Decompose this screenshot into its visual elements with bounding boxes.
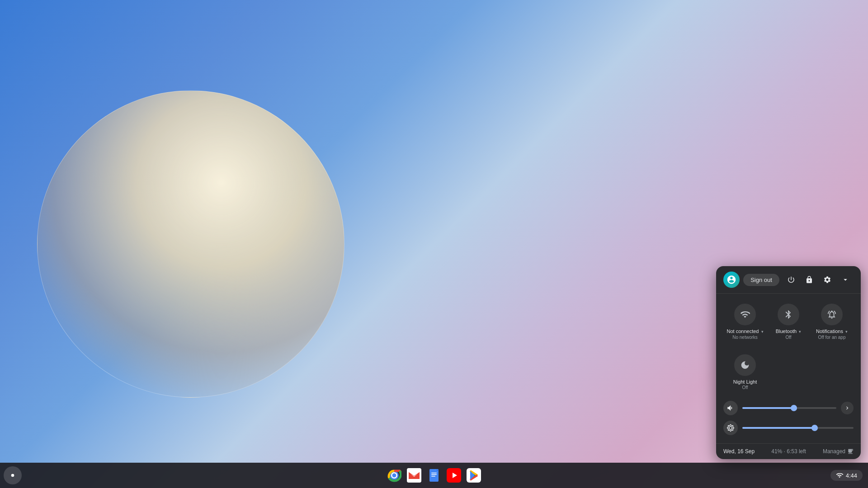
chrome-icon [387,468,401,483]
avatar [723,272,740,288]
panel-footer: Wed, 16 Sep 41% · 6:53 left Managed [716,443,861,459]
bluetooth-icon-wrap [778,304,799,325]
volume-icon [726,404,735,412]
night-light-icon-wrap [734,354,756,376]
footer-battery: 41% · 6:53 left [771,448,806,455]
docs-app-icon[interactable] [425,466,443,484]
volume-track[interactable] [742,407,836,409]
collapse-button[interactable] [837,272,854,288]
bluetooth-icon [783,310,793,319]
volume-expand-button[interactable] [841,402,854,414]
notifications-label: Notifications ▾ Off for an app [816,328,848,340]
wifi-icon [740,310,750,319]
taskbar-left [0,466,22,484]
night-light-text: Night Light Off [733,379,757,390]
taskbar: 4:44 [0,463,868,488]
volume-slider-row [723,398,854,418]
youtube-icon [447,468,461,483]
taskbar-apps [385,466,483,484]
settings-icon [823,276,831,284]
gmail-icon [407,468,421,483]
panel-header: Sign out Settings [716,266,861,294]
footer-date: Wed, 16 Sep [723,448,755,455]
docs-icon [427,468,441,483]
brightness-slider-row [723,418,854,438]
wifi-label: Not connected ▾ No networks [727,328,764,340]
night-light-tile[interactable]: Night Light Off [723,350,767,394]
volume-fill [742,407,794,409]
notifications-off-icon [827,310,837,319]
sliders-section [716,396,861,443]
chevron-down-icon [841,276,849,284]
launcher-button[interactable] [4,466,22,484]
chrome-app-icon[interactable] [385,466,403,484]
brightness-icon [726,424,735,432]
gmail-app-icon[interactable] [405,466,423,484]
play-store-icon [467,468,481,483]
power-icon [787,276,795,284]
night-light-row: Night Light Off [716,350,861,396]
night-light-icon [740,360,750,370]
chevron-right-icon [844,405,850,411]
wifi-icon-wrap [734,304,756,325]
svg-point-0 [11,474,14,477]
footer-managed: Managed [823,448,854,455]
volume-thumb[interactable] [791,405,797,411]
brightness-fill [742,427,815,429]
settings-button[interactable]: Settings [819,272,835,288]
taskbar-right: 4:44 [830,470,868,481]
desktop-orb [37,90,344,398]
lock-button[interactable] [801,272,817,288]
launcher-icon [8,471,17,480]
power-button[interactable] [783,272,799,288]
wifi-tile[interactable]: Not connected ▾ No networks [723,299,767,344]
brightness-slider-icon[interactable] [723,421,738,435]
header-icons: Settings [783,272,854,288]
svg-point-3 [392,474,396,478]
managed-icon [847,448,854,455]
notifications-tile[interactable]: Notifications ▾ Off for an app [810,299,854,344]
svg-rect-7 [431,473,437,474]
svg-rect-9 [431,476,435,477]
tiles-grid: Not connected ▾ No networks Bluetooth ▾ … [716,294,861,350]
tray-time: 4:44 [846,472,857,479]
svg-rect-8 [431,474,437,475]
brightness-thumb[interactable] [811,425,818,431]
bluetooth-tile[interactable]: Bluetooth ▾ Off [767,299,810,344]
sign-out-button[interactable]: Sign out [743,274,779,286]
quick-settings-panel: Sign out Settings [716,266,861,459]
svg-rect-6 [429,469,439,482]
notifications-icon-wrap [821,304,843,325]
bluetooth-label: Bluetooth ▾ Off [776,328,802,340]
play-store-app-icon[interactable] [465,466,483,484]
brightness-track[interactable] [742,427,854,429]
lock-icon [805,276,813,284]
youtube-app-icon[interactable] [445,466,463,484]
system-tray[interactable]: 4:44 [830,470,863,481]
tray-wifi-icon [836,472,843,479]
volume-slider-icon[interactable] [723,401,738,415]
